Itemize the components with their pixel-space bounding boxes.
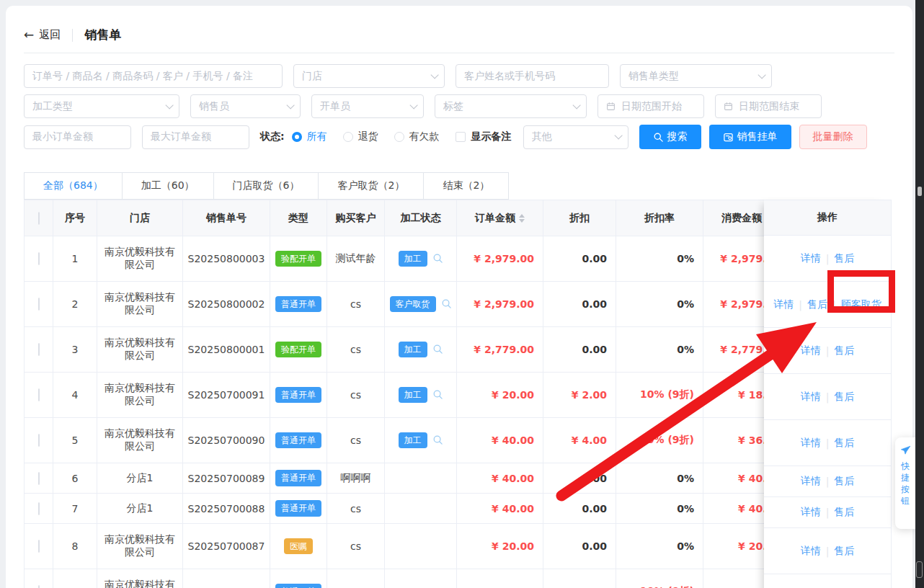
tab-3[interactable]: 客户取货（2）: [319, 172, 424, 200]
row-checkbox[interactable]: [25, 282, 53, 327]
show-remark-checkbox[interactable]: 显示备注: [456, 130, 512, 143]
back-arrow-icon: ←: [24, 29, 34, 41]
row-checkbox[interactable]: [25, 569, 53, 588]
sort-caret-icon[interactable]: [519, 214, 525, 223]
tab-0[interactable]: 全部（684）: [24, 172, 123, 200]
back-button[interactable]: ← 返回: [24, 28, 61, 42]
batch-delete-button[interactable]: 批量删除: [799, 125, 867, 149]
process-status-badge[interactable]: 客户取货: [390, 296, 436, 312]
magnifier-icon[interactable]: [441, 298, 452, 309]
max-amount-input[interactable]: 最大订单金额: [142, 125, 249, 149]
clerk-select[interactable]: 开单员: [311, 94, 424, 118]
ops-separator: |: [826, 437, 830, 449]
scrollbar-thumb[interactable]: [918, 187, 922, 196]
store-select[interactable]: 门店: [293, 64, 445, 88]
cell-type: 普通开单: [270, 494, 327, 524]
col-order-amount: 订单金额: [457, 200, 543, 236]
process-status-badge[interactable]: 加工: [399, 432, 427, 448]
magnifier-icon[interactable]: [432, 253, 443, 264]
row-checkbox[interactable]: [25, 418, 53, 463]
tag-select[interactable]: 标签: [435, 94, 587, 118]
process-status-badge[interactable]: 加工: [399, 387, 427, 403]
magnifier-icon[interactable]: [432, 344, 443, 355]
cell-store: 南京优毅科技有限公司: [97, 282, 183, 327]
cell-process-status: [385, 463, 457, 494]
back-label: 返回: [39, 28, 61, 42]
cell-serial: 8: [53, 524, 97, 569]
table-row: 5南京优毅科技有限公司S20250700090普通开单cs加工¥ 40.00¥ …: [25, 418, 790, 463]
process-status-badge[interactable]: 加工: [399, 251, 427, 267]
op-customer-pickup-link[interactable]: 顾客取货: [841, 298, 881, 311]
date-range-start[interactable]: 日期范围开始: [598, 94, 704, 118]
op-aftersale-link[interactable]: 售后: [834, 475, 854, 488]
other-select[interactable]: 其他: [523, 125, 628, 149]
hang-order-icon: [723, 132, 734, 143]
status-radio-有欠款[interactable]: 有欠款: [394, 130, 440, 143]
other-placeholder: 其他: [532, 130, 614, 143]
keyword-input[interactable]: 订单号 / 商品名 / 商品条码 / 客户 / 手机号 / 备注: [24, 64, 283, 88]
op-aftersale-link[interactable]: 售后: [834, 252, 854, 265]
tab-4[interactable]: 结束（2）: [424, 172, 509, 200]
topbar: ← 返回 销售单: [24, 27, 894, 53]
row-checkbox[interactable]: [25, 327, 53, 373]
page-title: 销售单: [84, 27, 121, 43]
date-range-end[interactable]: 日期范围结束: [715, 94, 822, 118]
hang-order-button[interactable]: 销售挂单: [709, 125, 791, 149]
op-detail-link[interactable]: 详情: [801, 475, 821, 488]
cell-order-amount: ¥ 20.00: [457, 373, 543, 418]
customer-input[interactable]: 客户姓名或手机号码: [456, 64, 609, 88]
op-aftersale-link[interactable]: 售后: [834, 506, 854, 519]
scrollbar-track[interactable]: [915, 0, 924, 588]
cell-store: 分店1: [97, 494, 183, 524]
status-radio-退货[interactable]: 退货: [343, 130, 378, 143]
salesperson-select[interactable]: 销售员: [190, 94, 301, 118]
process-type-select-placeholder: 加工类型: [32, 100, 165, 113]
cell-serial: 4: [53, 373, 97, 418]
op-aftersale-link[interactable]: 售后: [807, 298, 827, 311]
cell-discount-rate: 10% (9折): [616, 569, 703, 588]
cell-type: 普通开单: [270, 463, 327, 494]
orders-table: 序号门店销售单号类型购买客户加工状态订单金额折扣折扣率消费金额1南京优毅科技有限…: [24, 200, 790, 588]
cell-process-status: [385, 569, 457, 588]
cell-customer: cs: [327, 494, 385, 524]
op-detail-link[interactable]: 详情: [801, 252, 821, 265]
row-checkbox[interactable]: [25, 524, 53, 569]
op-detail-link[interactable]: 详情: [801, 344, 821, 357]
radio-icon: [343, 132, 353, 142]
cell-discount: 0.00: [543, 282, 616, 327]
row-checkbox[interactable]: [25, 463, 53, 494]
op-detail-link[interactable]: 详情: [773, 298, 794, 311]
quick-button[interactable]: 快捷按钮: [895, 437, 915, 529]
op-detail-link[interactable]: 详情: [801, 391, 821, 404]
row-checkbox[interactable]: [25, 236, 53, 282]
row-checkbox[interactable]: [25, 494, 53, 524]
col-order-no: 销售单号: [183, 200, 270, 236]
magnifier-icon[interactable]: [432, 435, 443, 445]
process-status-badge[interactable]: 加工: [399, 342, 427, 357]
op-aftersale-link[interactable]: 售后: [834, 545, 854, 558]
magnifier-icon[interactable]: [432, 389, 443, 400]
op-aftersale-link[interactable]: 售后: [834, 391, 854, 404]
ops-separator: |: [826, 507, 830, 518]
op-aftersale-link[interactable]: 售后: [834, 344, 854, 357]
op-detail-link[interactable]: 详情: [801, 506, 821, 519]
chevron-down-icon: [165, 101, 173, 109]
status-radio-所有[interactable]: 所有: [292, 130, 327, 143]
cell-discount: 0.00: [543, 524, 616, 569]
search-button[interactable]: 搜索: [639, 125, 701, 149]
op-aftersale-link[interactable]: 售后: [834, 437, 854, 450]
radio-label: 所有: [307, 130, 327, 143]
order-type-select-placeholder: 销售单类型: [628, 70, 758, 83]
row-checkbox[interactable]: [25, 373, 53, 418]
checkbox-icon: [38, 434, 40, 447]
process-type-select[interactable]: 加工类型: [24, 94, 179, 118]
op-detail-link[interactable]: 详情: [801, 545, 821, 558]
tab-1[interactable]: 加工（60）: [123, 172, 214, 200]
tag-select-placeholder: 标签: [443, 100, 572, 113]
op-detail-link[interactable]: 详情: [801, 437, 821, 450]
order-type-select[interactable]: 销售单类型: [620, 64, 772, 88]
select-all-checkbox[interactable]: [25, 200, 53, 236]
min-amount-input[interactable]: 最小订单金额: [24, 125, 131, 149]
tab-2[interactable]: 门店取货（6）: [214, 172, 319, 200]
filter-row-3: 最小订单金额 最大订单金额 状态: 所有退货有欠款 显示备注 其他 搜索 销售挂…: [24, 125, 894, 149]
